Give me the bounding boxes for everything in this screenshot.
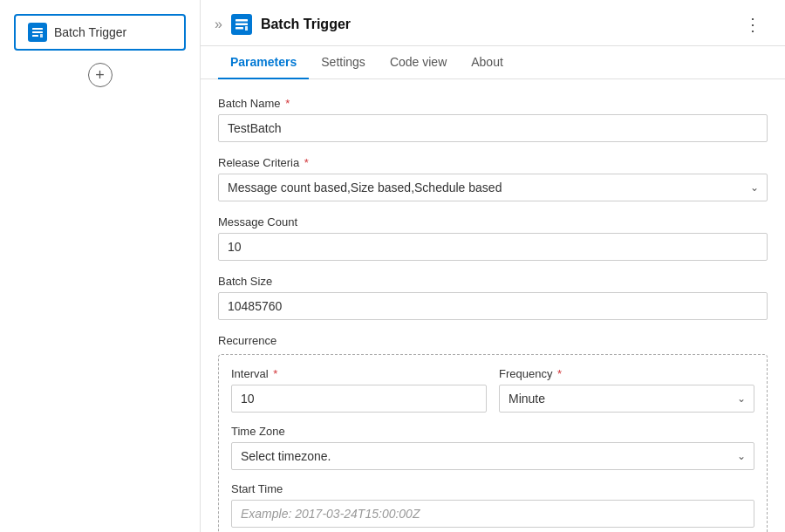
release-criteria-label: Release Criteria * — [218, 156, 768, 169]
left-panel: Batch Trigger + — [0, 0, 201, 532]
frequency-label: Frequency * — [499, 367, 754, 380]
svg-rect-2 — [32, 35, 38, 37]
tab-about[interactable]: About — [459, 46, 515, 79]
start-time-label: Start Time — [231, 482, 754, 495]
svg-rect-4 — [236, 19, 248, 22]
plus-icon: + — [95, 66, 105, 85]
batch-trigger-label: Batch Trigger — [54, 25, 126, 39]
tab-parameters[interactable]: Parameters — [218, 46, 309, 79]
interval-label: Interval * — [231, 367, 487, 380]
recurrence-section-label: Recurrence — [218, 334, 768, 347]
frequency-required-star: * — [554, 367, 562, 380]
recurrence-box: Interval * Frequency * Minute Hour D — [218, 354, 768, 532]
start-time-input[interactable] — [231, 500, 754, 528]
batch-trigger-icon — [28, 23, 47, 42]
batch-name-required-star: * — [283, 97, 290, 110]
message-count-input[interactable] — [218, 233, 768, 261]
panel-title: Batch Trigger — [261, 17, 730, 32]
message-count-group: Message Count — [218, 215, 768, 261]
batch-name-label: Batch Name * — [218, 97, 768, 110]
form-content: Batch Name * Release Criteria * Message … — [201, 79, 785, 532]
timezone-select-wrapper: Select timezone. ⌄ — [231, 442, 754, 470]
timezone-select[interactable]: Select timezone. — [231, 442, 754, 470]
batch-trigger-button[interactable]: Batch Trigger — [14, 14, 186, 51]
more-options-button[interactable]: ⋮ — [739, 12, 768, 37]
batch-name-input[interactable] — [218, 114, 768, 142]
add-step-button[interactable]: + — [88, 63, 113, 87]
release-criteria-group: Release Criteria * Message count based,S… — [218, 156, 768, 201]
interval-required-star: * — [270, 367, 278, 380]
header-trigger-icon — [231, 14, 252, 35]
batch-size-label: Batch Size — [218, 275, 768, 288]
tabs-bar: Parameters Settings Code view About — [201, 46, 785, 79]
batch-name-group: Batch Name * — [218, 97, 768, 142]
tab-code-view[interactable]: Code view — [378, 46, 459, 79]
release-criteria-required-star: * — [301, 156, 309, 169]
interval-frequency-row: Interval * Frequency * Minute Hour D — [231, 367, 754, 413]
panel-header: » Batch Trigger ⋮ — [201, 0, 785, 46]
svg-rect-3 — [40, 34, 43, 38]
interval-input[interactable] — [231, 385, 487, 413]
tab-settings[interactable]: Settings — [309, 46, 378, 79]
frequency-col: Frequency * Minute Hour Day Week Month ⌄ — [499, 367, 754, 413]
recurrence-group: Recurrence Interval * Frequency * — [218, 334, 768, 532]
start-time-group: Start Time — [231, 482, 754, 528]
breadcrumb-chevron-icon: » — [215, 17, 222, 32]
release-criteria-select-wrapper: Message count based,Size based,Schedule … — [218, 174, 768, 201]
batch-size-input[interactable] — [218, 292, 768, 320]
timezone-group: Time Zone Select timezone. ⌄ — [231, 425, 754, 470]
frequency-select[interactable]: Minute Hour Day Week Month — [499, 385, 754, 413]
batch-size-group: Batch Size — [218, 275, 768, 320]
svg-rect-6 — [236, 27, 243, 30]
frequency-select-wrapper: Minute Hour Day Week Month ⌄ — [499, 385, 754, 413]
timezone-label: Time Zone — [231, 425, 754, 438]
interval-col: Interval * — [231, 367, 487, 413]
svg-rect-0 — [32, 28, 43, 30]
release-criteria-select[interactable]: Message count based,Size based,Schedule … — [218, 174, 768, 201]
right-panel: » Batch Trigger ⋮ Parameters Settings Co… — [201, 0, 785, 532]
svg-rect-1 — [32, 31, 43, 33]
svg-rect-5 — [236, 24, 248, 26]
svg-rect-7 — [245, 26, 248, 31]
message-count-label: Message Count — [218, 215, 768, 228]
